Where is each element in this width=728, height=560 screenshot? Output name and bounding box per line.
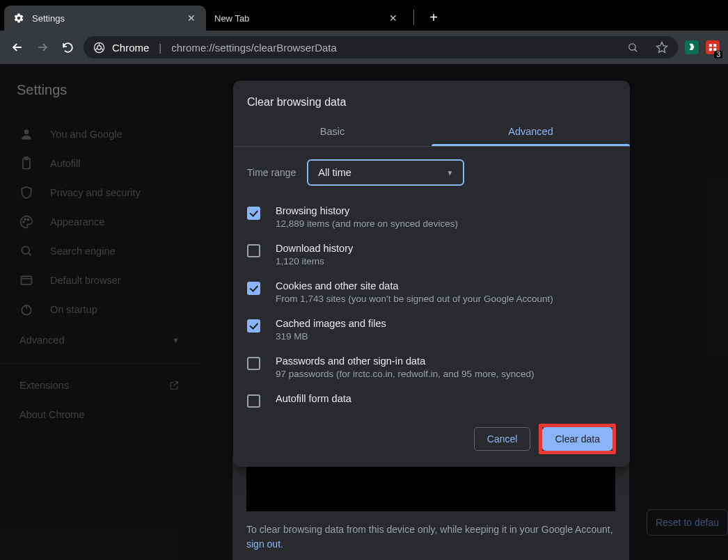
browser-toolbar: Chrome | chrome://settings/clearBrowserD… — [0, 31, 728, 64]
omnibox-separator: | — [159, 42, 161, 54]
svg-point-7 — [24, 129, 29, 134]
gear-icon — [13, 12, 25, 24]
option-subtitle: 12,889 items (and more on synced devices… — [276, 218, 458, 229]
option-title: Cookies and other site data — [276, 280, 553, 291]
extension-icon-2[interactable]: 3 — [706, 40, 720, 54]
close-icon[interactable]: ✕ — [387, 12, 399, 24]
checkbox-icon[interactable] — [247, 319, 260, 333]
option-subtitle: 97 passwords (for irctc.co.in, redwolf.i… — [276, 369, 534, 379]
time-range-select[interactable]: All time ▼ — [307, 159, 464, 186]
sidebar-item-extensions[interactable]: Extensions — [0, 371, 202, 400]
sidebar-item-label: You and Google — [50, 129, 122, 140]
browser-tab-settings[interactable]: Settings ✕ — [4, 6, 206, 31]
settings-sidebar: You and Google Autofill Privacy and secu… — [0, 114, 202, 429]
tab-advanced-label: Advanced — [508, 126, 553, 137]
sidebar-item-default-browser[interactable]: Default browser — [0, 266, 202, 295]
info-text-post: . — [280, 538, 283, 550]
sidebar-item-autofill[interactable]: Autofill — [0, 149, 202, 178]
cancel-button[interactable]: Cancel — [474, 427, 531, 451]
option-passwords[interactable]: Passwords and other sign-in data 97 pass… — [247, 349, 609, 386]
sidebar-item-appearance[interactable]: Appearance — [0, 207, 202, 237]
sidebar-item-privacy-security[interactable]: Privacy and security — [0, 178, 202, 207]
checkbox-icon[interactable] — [247, 394, 260, 408]
clear-data-button[interactable]: Clear data — [542, 427, 612, 451]
svg-point-12 — [28, 219, 29, 221]
sidebar-advanced-toggle[interactable]: Advanced ▼ — [0, 324, 202, 356]
option-subtitle: 1,120 items — [276, 256, 353, 266]
svg-rect-4 — [713, 44, 716, 47]
tab-underline — [432, 144, 630, 146]
browser-icon — [19, 273, 35, 287]
svg-point-11 — [24, 218, 26, 220]
chrome-icon — [93, 42, 105, 54]
reset-to-default-button[interactable]: Reset to defau — [647, 509, 728, 536]
checkbox-icon[interactable] — [247, 207, 260, 220]
bookmark-star-icon[interactable] — [656, 41, 668, 54]
modal-scroll-area[interactable]: Time range All time ▼ Browsing history 1… — [247, 159, 616, 410]
tab-label: New Tab — [214, 13, 249, 24]
tab-label: Settings — [32, 13, 65, 24]
power-icon — [19, 303, 35, 317]
modal-title: Clear browsing data — [233, 81, 630, 117]
tab-basic[interactable]: Basic — [233, 117, 432, 146]
extension-icon-1[interactable] — [685, 40, 699, 54]
sign-out-link[interactable]: sign out — [246, 538, 280, 550]
external-link-icon — [168, 380, 180, 391]
back-button[interactable] — [8, 38, 26, 56]
reload-button[interactable] — [58, 38, 77, 56]
sidebar-item-label: Appearance — [50, 216, 104, 227]
shield-icon — [19, 186, 35, 200]
chevron-down-icon: ▼ — [446, 169, 453, 177]
modal-tabs: Basic Advanced — [233, 117, 630, 147]
new-tab-button[interactable]: + — [424, 8, 443, 27]
option-subtitle: 319 MB — [276, 331, 386, 342]
tab-strip: Settings ✕ New Tab ✕ + — [0, 0, 728, 31]
search-icon — [19, 244, 35, 258]
sidebar-item-label: Autofill — [50, 158, 81, 169]
sidebar-item-label: Default browser — [50, 275, 121, 286]
sidebar-item-on-startup[interactable]: On startup — [0, 295, 202, 324]
option-browsing-history[interactable]: Browsing history 12,889 items (and more … — [247, 198, 609, 236]
option-subtitle: From 1,743 sites (you won't be signed ou… — [276, 294, 553, 304]
option-autofill-form-data[interactable]: Autofill form data — [247, 386, 609, 410]
tab-basic-label: Basic — [320, 126, 345, 137]
sidebar-divider — [0, 363, 202, 364]
option-cached-images[interactable]: Cached images and files 319 MB — [247, 311, 609, 349]
checkbox-icon[interactable] — [247, 244, 260, 257]
search-icon[interactable] — [627, 42, 639, 54]
checkbox-icon[interactable] — [247, 357, 260, 370]
checkbox-icon[interactable] — [247, 282, 260, 295]
svg-point-13 — [22, 246, 29, 254]
browser-tab-newtab[interactable]: New Tab ✕ — [206, 6, 408, 31]
tab-advanced[interactable]: Advanced — [432, 117, 630, 146]
tab-divider — [413, 10, 414, 25]
palette-icon — [19, 215, 35, 229]
svg-point-10 — [23, 221, 24, 223]
sidebar-item-you-and-google[interactable]: You and Google — [0, 120, 202, 149]
extension-badge-count: 3 — [714, 51, 722, 58]
time-range-value: All time — [318, 167, 351, 178]
settings-page: Settings You and Google Autofill Privacy… — [0, 64, 728, 560]
panel-placeholder — [246, 463, 615, 511]
option-cookies[interactable]: Cookies and other site data From 1,743 s… — [247, 273, 609, 311]
option-title: Passwords and other sign-in data — [276, 355, 534, 367]
svg-rect-3 — [709, 44, 712, 47]
sidebar-item-search-engine[interactable]: Search engine — [0, 237, 202, 266]
forward-button[interactable] — [33, 38, 52, 56]
sidebar-item-about-chrome[interactable]: About Chrome — [0, 400, 202, 429]
option-download-history[interactable]: Download history 1,120 items — [247, 236, 609, 273]
info-text-pre: To clear browsing data from this device … — [246, 524, 613, 535]
sidebar-item-label: On startup — [50, 304, 97, 315]
sidebar-item-label: Privacy and security — [50, 187, 141, 198]
sidebar-item-label: About Chrome — [19, 409, 85, 420]
svg-point-1 — [97, 45, 102, 49]
option-title: Cached images and files — [276, 318, 386, 329]
svg-rect-5 — [709, 48, 712, 51]
close-icon[interactable]: ✕ — [185, 12, 198, 24]
address-bar[interactable]: Chrome | chrome://settings/clearBrowserD… — [84, 36, 678, 58]
person-icon — [19, 127, 35, 141]
sidebar-item-label: Search engine — [50, 246, 116, 257]
clear-browsing-data-modal: Clear browsing data Basic Advanced Time … — [233, 81, 630, 467]
page-title: Settings — [17, 82, 67, 98]
sidebar-advanced-label: Advanced — [19, 335, 65, 346]
